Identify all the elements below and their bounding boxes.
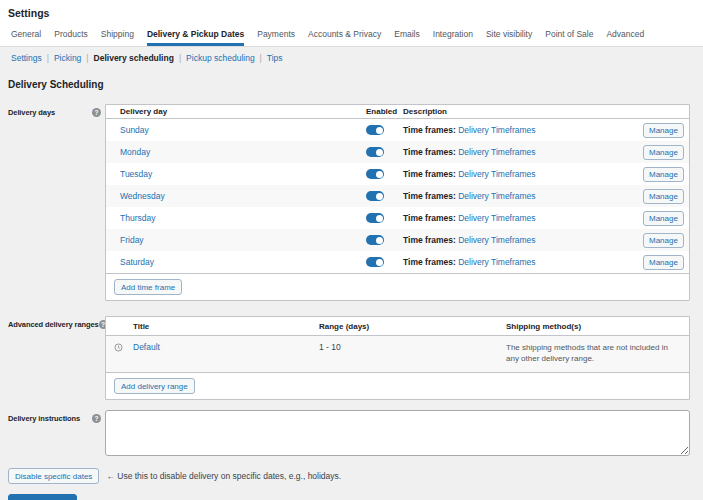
column-header-shipping: Shipping method(s) xyxy=(506,322,689,331)
manage-button[interactable]: Manage xyxy=(643,233,684,248)
add-delivery-range-button[interactable]: Add delivery range xyxy=(114,378,195,394)
table-row: Friday Time frames: Delivery Timeframes … xyxy=(106,229,689,251)
subnav-delivery-scheduling-current[interactable]: Delivery scheduling xyxy=(94,53,174,63)
delivery-timeframes-link[interactable]: Delivery Timeframes xyxy=(458,191,535,201)
manage-button[interactable]: Manage xyxy=(643,211,684,226)
clock-icon xyxy=(114,343,123,352)
delivery-timeframes-link[interactable]: Delivery Timeframes xyxy=(458,213,535,223)
delivery-instructions-label: Delivery instructions xyxy=(8,414,80,423)
table-row: Saturday Time frames: Delivery Timeframe… xyxy=(106,251,689,273)
table-row: Default 1 - 10 The shipping methods that… xyxy=(106,336,689,372)
table-row: Monday Time frames: Delivery Timeframes … xyxy=(106,141,689,163)
header: Settings General Products Shipping Deliv… xyxy=(0,0,703,47)
delivery-timeframes-link[interactable]: Delivery Timeframes xyxy=(458,235,535,245)
subnav-tips-link[interactable]: Tips xyxy=(267,53,283,63)
tab-site-visibility[interactable]: Site visibility xyxy=(486,29,532,46)
day-link[interactable]: Wednesday xyxy=(120,191,165,201)
enabled-toggle[interactable] xyxy=(366,191,384,201)
save-row: Save changes xyxy=(8,494,690,500)
day-link[interactable]: Sunday xyxy=(120,125,149,135)
subnav-picking-link[interactable]: Picking xyxy=(54,53,81,63)
column-header-enabled: Enabled xyxy=(366,107,403,116)
tab-point-of-sale[interactable]: Point of Sale xyxy=(545,29,593,46)
toggle-knob xyxy=(376,171,383,178)
time-frames-prefix: Time frames: xyxy=(403,235,456,245)
time-frames-prefix: Time frames: xyxy=(403,213,456,223)
toggle-knob xyxy=(376,259,383,266)
day-link[interactable]: Monday xyxy=(120,147,150,157)
table-row: Wednesday Time frames: Delivery Timefram… xyxy=(106,185,689,207)
delivery-instructions-section: Delivery instructions ? xyxy=(8,410,690,458)
day-link[interactable]: Saturday xyxy=(120,257,154,267)
column-header-delivery-day: Delivery day xyxy=(106,107,366,116)
enabled-toggle[interactable] xyxy=(366,213,384,223)
enabled-toggle[interactable] xyxy=(366,235,384,245)
column-header-range: Range (days) xyxy=(319,322,506,331)
day-link[interactable]: Friday xyxy=(120,235,144,245)
tab-shipping[interactable]: Shipping xyxy=(101,29,134,46)
enabled-toggle[interactable] xyxy=(366,257,384,267)
disable-specific-dates-button[interactable]: Disable specific dates xyxy=(8,468,99,484)
delivery-days-table-header: Delivery day Enabled Description xyxy=(106,105,689,119)
delivery-timeframes-link[interactable]: Delivery Timeframes xyxy=(458,257,535,267)
column-header-title: Title xyxy=(133,322,319,331)
tab-delivery-pickup-dates[interactable]: Delivery & Pickup Dates xyxy=(147,29,244,46)
delivery-timeframes-link[interactable]: Delivery Timeframes xyxy=(458,147,535,157)
advanced-ranges-table-footer: Add delivery range xyxy=(106,372,689,399)
subnav-separator: | xyxy=(47,53,49,63)
delivery-instructions-textarea[interactable] xyxy=(105,410,690,456)
subnav-separator: | xyxy=(260,53,262,63)
tab-accounts-privacy[interactable]: Accounts & Privacy xyxy=(308,29,381,46)
advanced-delivery-ranges-section: Advanced delivery ranges ? Title Range (… xyxy=(8,316,690,400)
page-title: Settings xyxy=(0,0,703,29)
day-link[interactable]: Thursday xyxy=(120,213,155,223)
tab-emails[interactable]: Emails xyxy=(394,29,420,46)
table-row: Thursday Time frames: Delivery Timeframe… xyxy=(106,207,689,229)
time-frames-prefix: Time frames: xyxy=(403,191,456,201)
enabled-toggle[interactable] xyxy=(366,169,384,179)
settings-tab-bar: General Products Shipping Delivery & Pic… xyxy=(0,29,703,46)
save-changes-button[interactable]: Save changes xyxy=(8,494,77,500)
tab-payments[interactable]: Payments xyxy=(257,29,295,46)
range-days-value: 1 - 10 xyxy=(319,342,506,352)
content: Delivery Scheduling Delivery days ? Deli… xyxy=(0,69,703,500)
toggle-knob xyxy=(376,237,383,244)
manage-button[interactable]: Manage xyxy=(643,167,684,182)
tab-advanced[interactable]: Advanced xyxy=(606,29,644,46)
delivery-days-rows: Sunday Time frames: Delivery Timeframes … xyxy=(106,119,689,273)
tab-products[interactable]: Products xyxy=(54,29,88,46)
default-range-link[interactable]: Default xyxy=(133,342,160,352)
disable-dates-hint: ← Use this to disable delivery on specif… xyxy=(106,471,341,481)
subnav-separator: | xyxy=(179,53,181,63)
delivery-days-table: Delivery day Enabled Description Sunday … xyxy=(105,104,690,301)
tab-general[interactable]: General xyxy=(11,29,41,46)
delivery-instructions-label-cell: Delivery instructions ? xyxy=(8,410,105,423)
toggle-knob xyxy=(376,127,383,134)
manage-button[interactable]: Manage xyxy=(643,189,684,204)
subnav-settings-link[interactable]: Settings xyxy=(11,53,42,63)
day-link[interactable]: Tuesday xyxy=(120,169,152,179)
advanced-ranges-label-cell: Advanced delivery ranges ? xyxy=(8,316,105,329)
delivery-timeframes-link[interactable]: Delivery Timeframes xyxy=(458,125,535,135)
subnav-separator: | xyxy=(86,53,88,63)
advanced-ranges-table-header: Title Range (days) Shipping method(s) xyxy=(106,317,689,336)
delivery-timeframes-link[interactable]: Delivery Timeframes xyxy=(458,169,535,179)
tab-integration[interactable]: Integration xyxy=(433,29,473,46)
shipping-methods-value: The shipping methods that are not includ… xyxy=(506,342,689,364)
toggle-knob xyxy=(376,215,383,222)
time-frames-prefix: Time frames: xyxy=(403,125,456,135)
section-heading: Delivery Scheduling xyxy=(8,79,690,90)
manage-button[interactable]: Manage xyxy=(643,255,684,270)
delivery-days-label: Delivery days xyxy=(8,108,55,117)
help-icon[interactable]: ? xyxy=(92,414,101,423)
help-icon[interactable]: ? xyxy=(92,108,101,117)
time-frames-prefix: Time frames: xyxy=(403,147,456,157)
manage-button[interactable]: Manage xyxy=(643,123,684,138)
add-time-frame-button[interactable]: Add time frame xyxy=(114,279,182,295)
advanced-ranges-label: Advanced delivery ranges xyxy=(8,320,99,329)
enabled-toggle[interactable] xyxy=(366,125,384,135)
subnav-pickup-scheduling-link[interactable]: Pickup scheduling xyxy=(186,53,255,63)
enabled-toggle[interactable] xyxy=(366,147,384,157)
manage-button[interactable]: Manage xyxy=(643,145,684,160)
table-row: Tuesday Time frames: Delivery Timeframes… xyxy=(106,163,689,185)
